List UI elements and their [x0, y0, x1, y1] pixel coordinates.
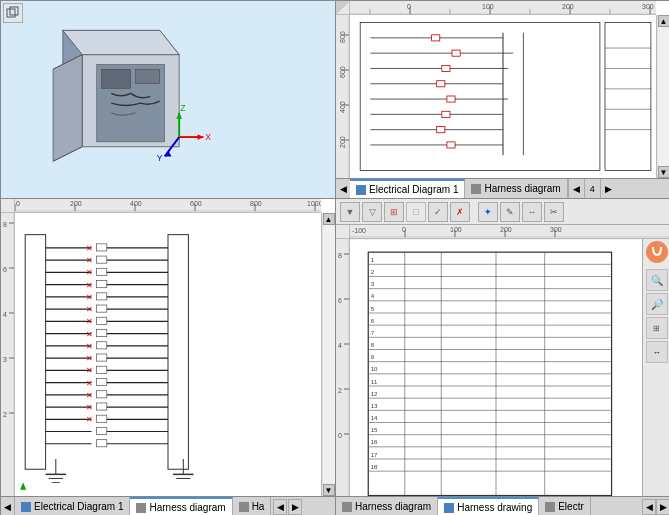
svg-text:4: 4	[338, 342, 342, 349]
svg-text:✕: ✕	[86, 415, 93, 424]
tab-nav-prev-bl[interactable]: ◀	[273, 499, 287, 515]
svg-text:1: 1	[371, 256, 375, 263]
harness-drawing-toolbar: ▼ ▽ ⊞ □ ✓ ✗ ✦ ✎ ↔	[336, 199, 669, 225]
cabinet-3d-svg: X Z Y	[21, 11, 221, 171]
tab-prev-bl[interactable]: ◀	[1, 497, 15, 515]
svg-text:✕: ✕	[86, 244, 93, 253]
svg-rect-19	[7, 9, 15, 17]
svg-text:X: X	[205, 132, 211, 142]
svg-text:0: 0	[407, 3, 411, 10]
svg-text:300: 300	[642, 3, 654, 10]
harness-diagram-area: ✕ ✕ ✕ ✕ ✕ ✕ ✕ ✕ ✕ ✕ ✕ ✕ ✕ ✕ ✕	[15, 213, 321, 496]
tab-icon-hd-tr	[471, 184, 481, 194]
toolbar-select-btn[interactable]: □	[406, 202, 426, 222]
tool-zoom-out[interactable]: 🔎	[646, 293, 668, 315]
tab-harness-diagram-tr[interactable]: Harness diagram	[465, 179, 567, 198]
panel-harness: 0 200 400 600 800 1000	[1, 199, 336, 515]
ruler-spacer-bl	[321, 199, 335, 213]
scrollbar-v-tr[interactable]: ▲ ▼	[656, 15, 669, 178]
toolbar-filter-btn[interactable]: ▼	[340, 202, 360, 222]
svg-rect-139	[97, 256, 107, 263]
3d-view-icon	[3, 3, 23, 23]
magnet-tool[interactable]	[646, 241, 668, 263]
svg-text:✕: ✕	[86, 317, 93, 326]
svg-text:0: 0	[402, 226, 406, 233]
svg-text:14: 14	[371, 414, 378, 421]
toolbar-cut-btn[interactable]: ✂	[544, 202, 564, 222]
tab-nav-arrow-tr[interactable]: ▶	[600, 179, 616, 198]
svg-rect-144	[97, 317, 107, 324]
ruler-corner-bl	[1, 199, 15, 213]
svg-rect-70	[442, 111, 450, 117]
tool-measure[interactable]: ↔	[646, 341, 668, 363]
svg-text:6: 6	[338, 297, 342, 304]
tab-nav-next-br[interactable]: ▶	[656, 499, 669, 515]
toolbar-edit-btn[interactable]: ✎	[500, 202, 520, 222]
svg-text:200: 200	[70, 200, 82, 207]
svg-text:8: 8	[338, 252, 342, 259]
svg-text:15: 15	[371, 426, 378, 433]
svg-text:100: 100	[482, 3, 494, 10]
svg-text:400: 400	[130, 200, 142, 207]
toolbar-measure-btn[interactable]: ↔	[522, 202, 542, 222]
svg-rect-145	[97, 330, 107, 337]
main-container: X Z Y	[0, 0, 669, 515]
svg-text:18: 18	[371, 463, 378, 470]
svg-text:16: 16	[371, 438, 378, 445]
svg-rect-20	[10, 7, 18, 15]
toolbar-grid-btn[interactable]: ⊞	[384, 202, 404, 222]
toolbar-check-btn[interactable]: ✓	[428, 202, 448, 222]
svg-text:0: 0	[338, 432, 342, 439]
tab-icon-harness-bl	[136, 503, 146, 513]
toolbar-filter2-btn[interactable]: ▽	[362, 202, 382, 222]
tab-harness-drawing-br[interactable]: Harness drawing	[438, 497, 539, 515]
svg-text:400: 400	[339, 101, 346, 113]
svg-text:-100: -100	[352, 227, 366, 234]
tab-electr-br[interactable]: Electr	[539, 497, 591, 515]
tab-prev-tr[interactable]: ◀	[336, 179, 350, 198]
tool-view3[interactable]: ⊞	[646, 317, 668, 339]
tool-zoom-in[interactable]: 🔍	[646, 269, 668, 291]
tab-electrical-diagram-1[interactable]: Electrical Diagram 1	[350, 179, 465, 198]
svg-rect-9	[136, 69, 160, 84]
toolbar-star-btn[interactable]: ✦	[478, 202, 498, 222]
svg-rect-148	[97, 366, 107, 373]
svg-text:0: 0	[16, 200, 20, 207]
harness-drawing-svg: 1 2 3 4 5 6 7 8 9 10 11 12 13	[350, 239, 642, 496]
svg-text:11: 11	[371, 378, 378, 385]
ruler-h-br: -100 0 100 200 300	[350, 225, 669, 239]
tab-nav-1-tr[interactable]: ◀	[568, 179, 584, 198]
svg-text:✕: ✕	[86, 403, 93, 412]
svg-text:12: 12	[371, 390, 378, 397]
svg-text:✕: ✕	[86, 391, 93, 400]
tab-harness-bl[interactable]: Harness diagram	[130, 497, 232, 515]
svg-rect-140	[97, 268, 107, 275]
tab-electrical-bl[interactable]: Electrical Diagram 1	[15, 497, 130, 515]
ruler-corner-tr	[336, 1, 350, 15]
svg-rect-141	[97, 281, 107, 288]
tab-harness-br[interactable]: Harness diagram	[336, 497, 438, 515]
svg-text:600: 600	[339, 66, 346, 78]
svg-rect-103	[25, 235, 45, 470]
harness-drawing-body: -100 0 100 200 300	[336, 225, 669, 496]
ruler-spacer	[656, 1, 669, 15]
svg-text:200: 200	[339, 136, 346, 148]
tab-nav-next-bl[interactable]: ▶	[288, 499, 302, 515]
3d-content: X Z Y	[1, 1, 335, 198]
panel-harness-drawing: ▼ ▽ ⊞ □ ✓ ✗ ✦ ✎ ↔	[336, 199, 669, 515]
tab-ha-bl[interactable]: Ha	[233, 497, 272, 515]
tab-icon-harness-drawing-br	[444, 503, 454, 513]
ruler-v-tr: 800 600 400 200	[336, 15, 350, 178]
svg-rect-60	[437, 81, 445, 87]
svg-rect-105	[168, 235, 188, 470]
scrollbar-v-bl[interactable]: ▲ ▼	[321, 213, 335, 496]
svg-text:800: 800	[339, 31, 346, 43]
ruler-h-tr: 0 100 200 300	[350, 1, 656, 15]
svg-text:✕: ✕	[86, 281, 93, 290]
ruler-h-bl: 0 200 400 600 800 1000	[15, 199, 321, 213]
tab-nav-prev-br[interactable]: ◀	[642, 499, 656, 515]
svg-rect-142	[97, 293, 107, 300]
toolbar-cross-btn[interactable]: ✗	[450, 202, 470, 222]
svg-rect-59	[442, 65, 450, 71]
tab-nav-2-tr[interactable]: 4	[584, 179, 600, 198]
